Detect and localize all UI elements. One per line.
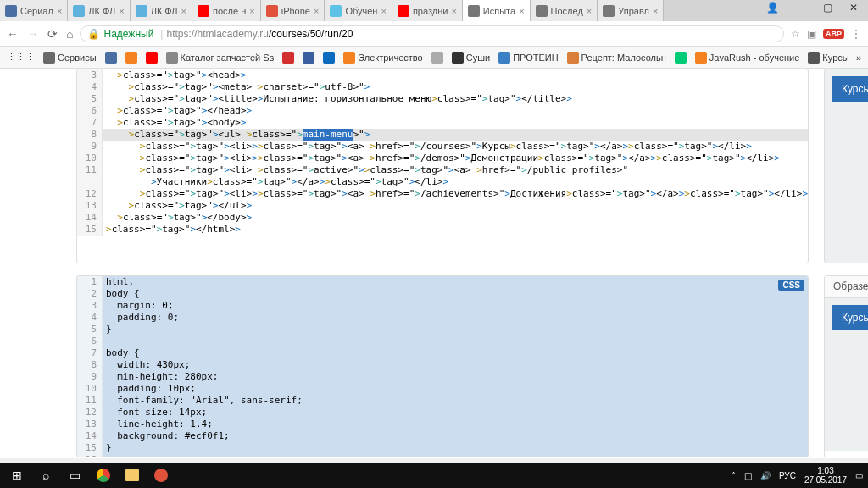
bookmark-item[interactable] <box>323 52 335 64</box>
code-line[interactable]: 7body { <box>77 347 808 359</box>
code-line[interactable]: 6 >class>=">tag>"></head>> <box>77 105 808 117</box>
nav-item[interactable]: Курсы <box>832 76 868 102</box>
bookmark-item[interactable]: Курсы — HTML Acad <box>808 52 848 64</box>
code-line[interactable]: 4 >class>=">tag>"><meta> >charset>=">utf… <box>77 81 808 93</box>
line-number: 10 <box>77 383 103 395</box>
browser-tab[interactable]: Обучен× <box>325 0 392 21</box>
forward-button[interactable]: → <box>27 27 39 41</box>
bookmark-item[interactable]: Сервисы <box>43 52 97 64</box>
close-button[interactable]: ✕ <box>849 2 858 14</box>
tray-up-icon[interactable]: ˄ <box>732 471 736 480</box>
code-line[interactable]: 9 >class>=">tag>"><li>>>class>=">tag>"><… <box>77 141 808 152</box>
browser-tab[interactable]: Управл× <box>598 0 664 21</box>
code-line[interactable]: 13 line-height: 1.4; <box>77 419 808 430</box>
code-line[interactable]: 2body { <box>77 288 808 300</box>
abp-icon[interactable]: ABP <box>823 29 844 39</box>
code-line[interactable]: 9 min-height: 280px; <box>77 371 808 383</box>
browser-tab[interactable]: Послед× <box>531 0 598 21</box>
bookmark-item[interactable]: Электричество <box>343 52 423 64</box>
task-view-icon[interactable]: ▭ <box>63 465 86 485</box>
code-line[interactable]: 5 >class>=">tag>"><title>>Испытание: гор… <box>77 93 808 105</box>
browser-tab[interactable]: Сериал× <box>0 0 68 21</box>
code-line[interactable]: 10 padding: 10px; <box>77 383 808 395</box>
compare-panel: ОбразецРезультатНаложениеРазличия? Курсы… <box>824 275 868 458</box>
url-box[interactable]: 🔒 Надежный | https://htmlacademy.ru /cou… <box>80 25 784 42</box>
tab-close-icon[interactable]: × <box>381 6 386 16</box>
tab-close-icon[interactable]: × <box>653 6 658 16</box>
reload-button[interactable]: ⟳ <box>47 27 58 41</box>
code-line[interactable]: 8 width: 430px; <box>77 359 808 371</box>
tab-close-icon[interactable]: × <box>587 6 592 16</box>
code-line[interactable]: 4 padding: 0; <box>77 312 808 324</box>
bookmark-item[interactable] <box>303 52 314 64</box>
cast-icon[interactable]: ▣ <box>807 28 816 40</box>
code-line[interactable]: 12 font-size: 14px; <box>77 407 808 419</box>
bookmark-item[interactable]: ПРОТЕИН <box>498 52 558 64</box>
code-line[interactable]: 13 >class>=">tag>"></ul>> <box>77 200 808 212</box>
network-icon[interactable]: ◫ <box>744 471 752 480</box>
notification-icon[interactable]: ▭ <box>855 471 863 480</box>
browser-tab[interactable]: ЛК ФЛ× <box>131 0 192 21</box>
clock[interactable]: 1:03 27.05.2017 <box>804 466 847 485</box>
code-line[interactable]: 8 >class>=">tag>"><ul> >class>=">main-me… <box>77 129 808 141</box>
bookmark-item[interactable] <box>105 52 117 64</box>
bookmark-item[interactable]: Рецепт: Малосольн <box>567 52 666 64</box>
tab-close-icon[interactable]: × <box>119 6 124 16</box>
bookmark-item[interactable]: JavaRush - обучение <box>695 52 800 64</box>
back-button[interactable]: ← <box>7 27 19 41</box>
tab-close-icon[interactable]: × <box>451 6 456 16</box>
code-line[interactable]: 1html, <box>77 276 808 288</box>
compare-tab[interactable]: Образец <box>825 276 868 297</box>
css-editor[interactable]: CSS 1html,2body {3 margin: 0;4 padding: … <box>76 275 809 458</box>
star-icon[interactable]: ☆ <box>791 28 800 40</box>
nav-item[interactable]: Курсы <box>832 305 868 330</box>
bookmark-item[interactable] <box>431 52 443 64</box>
code-line[interactable]: 3 >class>=">tag>"><head>> <box>77 69 808 81</box>
code-line[interactable]: 11 font-family: "Arial", sans-serif; <box>77 395 808 407</box>
maximize-button[interactable]: ▢ <box>823 2 832 14</box>
start-button[interactable]: ⊞ <box>5 465 29 485</box>
code-line[interactable]: 5} <box>77 324 808 336</box>
bookmark-item[interactable] <box>146 52 158 64</box>
html-editor[interactable]: 3 >class>=">tag>"><head>>4 >class>=">tag… <box>76 69 809 263</box>
code-line[interactable]: 11 >class>=">tag>"><li> >class>=">active… <box>77 164 808 176</box>
code-line[interactable]: 3 margin: 0; <box>77 300 808 312</box>
home-button[interactable]: ⌂ <box>66 27 73 41</box>
code-line[interactable]: 7 >class>=">tag>"><body>> <box>77 117 808 129</box>
chrome-icon[interactable] <box>92 465 115 485</box>
browser-tab[interactable]: ЛК ФЛ× <box>68 0 130 21</box>
lang-indicator[interactable]: РУС <box>779 471 796 480</box>
person-icon[interactable]: 👤 <box>766 2 779 14</box>
browser-tab[interactable]: после н× <box>192 0 261 21</box>
minimize-button[interactable]: — <box>796 2 806 14</box>
apps-icon[interactable]: ⋮⋮⋮ <box>7 52 35 63</box>
code-line[interactable]: 14 >class>=">tag>"></body>> <box>77 212 808 224</box>
menu-icon[interactable]: ⋮ <box>851 28 861 40</box>
volume-icon[interactable]: 🔊 <box>760 471 771 480</box>
browser-tab[interactable]: Испыта× <box>463 0 531 21</box>
explorer-icon[interactable] <box>120 465 144 485</box>
tab-close-icon[interactable]: × <box>249 6 254 16</box>
code-line[interactable]: 10 >class>=">tag>"><li>>>class>=">tag>">… <box>77 152 808 164</box>
bookmark-item[interactable] <box>675 52 687 64</box>
browser-tab[interactable]: iPhone× <box>261 0 326 21</box>
tab-close-icon[interactable]: × <box>519 6 524 16</box>
code-line[interactable]: 14 background: #ecf0f1; <box>77 430 808 442</box>
tab-close-icon[interactable]: × <box>181 6 186 16</box>
browser-tab[interactable]: праздни× <box>392 0 463 21</box>
bookmark-item[interactable]: Суши <box>452 52 490 64</box>
code-line[interactable]: 16 <box>77 454 808 458</box>
bookmark-item[interactable] <box>282 52 294 64</box>
tab-close-icon[interactable]: × <box>314 6 319 16</box>
opera-icon[interactable] <box>149 465 173 485</box>
code-line[interactable]: >Участники>class>=">tag>"></a>>>class>="… <box>77 176 808 188</box>
code-line[interactable]: 6 <box>77 336 808 347</box>
overflow-icon[interactable]: » <box>856 53 861 63</box>
search-icon[interactable]: ⌕ <box>34 465 58 485</box>
code-line[interactable]: 15>class>=">tag>"></html>> <box>77 224 808 236</box>
tab-close-icon[interactable]: × <box>57 6 62 16</box>
bookmark-item[interactable]: Каталог запчастей Ss <box>166 52 275 64</box>
code-line[interactable]: 12 >class>=">tag>"><li>>>class>=">tag>">… <box>77 188 808 200</box>
code-line[interactable]: 15} <box>77 442 808 454</box>
bookmark-item[interactable] <box>125 52 137 64</box>
